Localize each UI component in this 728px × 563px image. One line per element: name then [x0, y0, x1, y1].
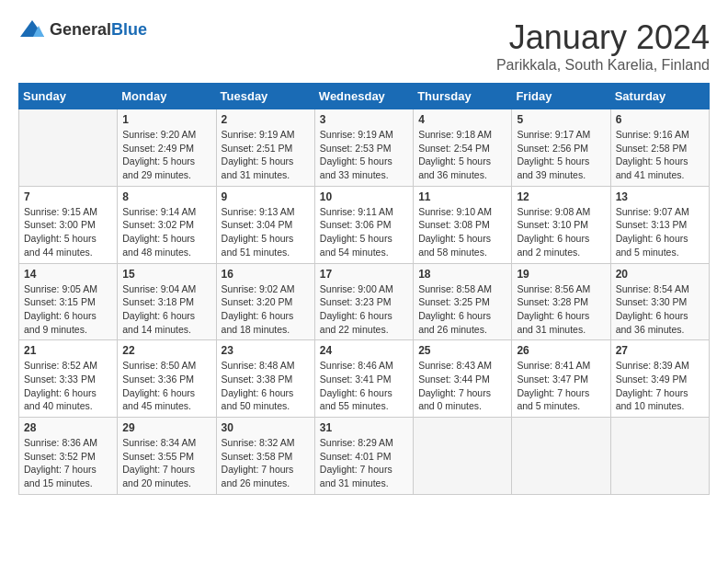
day-cell: 16Sunrise: 9:02 AMSunset: 3:20 PMDayligh… [216, 263, 314, 340]
day-cell: 21Sunrise: 8:52 AMSunset: 3:33 PMDayligh… [19, 340, 118, 418]
day-cell: 18Sunrise: 8:58 AMSunset: 3:25 PMDayligh… [414, 263, 512, 340]
day-cell: 17Sunrise: 9:00 AMSunset: 3:23 PMDayligh… [314, 263, 413, 340]
day-cell: 5Sunrise: 9:17 AMSunset: 2:56 PMDaylight… [512, 109, 610, 187]
day-number: 19 [517, 268, 605, 281]
day-cell: 30Sunrise: 8:32 AMSunset: 3:58 PMDayligh… [216, 418, 314, 495]
calendar-title: January 2024 [496, 18, 710, 57]
day-number: 6 [616, 113, 704, 126]
day-info: Sunrise: 9:07 AMSunset: 3:13 PMDaylight:… [616, 205, 704, 259]
day-info: Sunrise: 8:58 AMSunset: 3:25 PMDaylight:… [418, 282, 506, 337]
day-info: Sunrise: 8:50 AMSunset: 3:36 PMDaylight:… [122, 359, 210, 413]
day-cell [512, 418, 610, 495]
header-cell-tuesday: Tuesday [216, 84, 314, 109]
day-cell: 2Sunrise: 9:19 AMSunset: 2:51 PMDaylight… [216, 109, 314, 187]
day-cell: 8Sunrise: 9:14 AMSunset: 3:02 PMDaylight… [118, 186, 216, 263]
day-cell: 22Sunrise: 8:50 AMSunset: 3:36 PMDayligh… [118, 340, 216, 418]
day-cell: 6Sunrise: 9:16 AMSunset: 2:58 PMDaylight… [610, 109, 709, 187]
logo-text-general: General [50, 20, 111, 39]
day-cell: 19Sunrise: 8:56 AMSunset: 3:28 PMDayligh… [512, 263, 610, 340]
day-cell: 20Sunrise: 8:54 AMSunset: 3:30 PMDayligh… [610, 263, 709, 340]
day-number: 14 [24, 268, 112, 281]
day-number: 4 [418, 113, 506, 126]
day-info: Sunrise: 8:56 AMSunset: 3:28 PMDaylight:… [517, 282, 605, 337]
day-number: 18 [418, 268, 506, 281]
header-cell-sunday: Sunday [19, 84, 118, 109]
header-cell-friday: Friday [512, 84, 610, 109]
calendar-table: SundayMondayTuesdayWednesdayThursdayFrid… [18, 83, 710, 495]
day-info: Sunrise: 9:14 AMSunset: 3:02 PMDaylight:… [122, 205, 210, 259]
day-info: Sunrise: 9:18 AMSunset: 2:54 PMDaylight:… [418, 128, 506, 182]
day-cell: 1Sunrise: 9:20 AMSunset: 2:49 PMDaylight… [118, 109, 216, 187]
day-cell: 13Sunrise: 9:07 AMSunset: 3:13 PMDayligh… [610, 186, 709, 263]
header-cell-monday: Monday [118, 84, 216, 109]
day-info: Sunrise: 8:54 AMSunset: 3:30 PMDaylight:… [616, 282, 704, 337]
day-number: 22 [122, 344, 210, 357]
day-cell: 12Sunrise: 9:08 AMSunset: 3:10 PMDayligh… [512, 186, 610, 263]
day-number: 12 [517, 190, 605, 203]
day-info: Sunrise: 9:04 AMSunset: 3:18 PMDaylight:… [122, 282, 210, 337]
logo-icon [18, 18, 46, 40]
calendar-body: 1Sunrise: 9:20 AMSunset: 2:49 PMDaylight… [19, 109, 710, 495]
day-number: 17 [320, 268, 408, 281]
header-row: SundayMondayTuesdayWednesdayThursdayFrid… [19, 84, 710, 109]
day-info: Sunrise: 9:13 AMSunset: 3:04 PMDaylight:… [222, 205, 310, 259]
title-area: January 2024 Parikkala, South Karelia, F… [496, 18, 710, 74]
day-number: 30 [222, 421, 310, 434]
day-cell: 3Sunrise: 9:19 AMSunset: 2:53 PMDaylight… [314, 109, 413, 187]
day-info: Sunrise: 8:46 AMSunset: 3:41 PMDaylight:… [320, 359, 408, 413]
day-cell: 4Sunrise: 9:18 AMSunset: 2:54 PMDaylight… [414, 109, 512, 187]
calendar-header: SundayMondayTuesdayWednesdayThursdayFrid… [19, 84, 710, 109]
week-row-5: 28Sunrise: 8:36 AMSunset: 3:52 PMDayligh… [19, 418, 710, 495]
day-cell [414, 418, 512, 495]
day-number: 8 [122, 190, 210, 203]
day-info: Sunrise: 9:19 AMSunset: 2:51 PMDaylight:… [222, 128, 310, 182]
day-number: 13 [616, 190, 704, 203]
day-number: 27 [616, 344, 704, 357]
day-info: Sunrise: 9:08 AMSunset: 3:10 PMDaylight:… [517, 205, 605, 259]
week-row-3: 14Sunrise: 9:05 AMSunset: 3:15 PMDayligh… [19, 263, 710, 340]
day-cell: 31Sunrise: 8:29 AMSunset: 4:01 PMDayligh… [314, 418, 413, 495]
day-info: Sunrise: 9:17 AMSunset: 2:56 PMDaylight:… [517, 128, 605, 182]
day-info: Sunrise: 9:10 AMSunset: 3:08 PMDaylight:… [418, 205, 506, 259]
day-cell: 10Sunrise: 9:11 AMSunset: 3:06 PMDayligh… [314, 186, 413, 263]
header: GeneralBlue January 2024 Parikkala, Sout… [18, 18, 710, 74]
day-cell [19, 109, 118, 187]
day-info: Sunrise: 8:32 AMSunset: 3:58 PMDaylight:… [222, 436, 310, 490]
day-info: Sunrise: 9:02 AMSunset: 3:20 PMDaylight:… [222, 282, 310, 337]
day-info: Sunrise: 9:00 AMSunset: 3:23 PMDaylight:… [320, 282, 408, 337]
day-number: 26 [517, 344, 605, 357]
day-cell: 23Sunrise: 8:48 AMSunset: 3:38 PMDayligh… [216, 340, 314, 418]
day-cell: 24Sunrise: 8:46 AMSunset: 3:41 PMDayligh… [314, 340, 413, 418]
day-number: 15 [122, 268, 210, 281]
day-number: 29 [122, 421, 210, 434]
calendar-subtitle: Parikkala, South Karelia, Finland [496, 57, 710, 74]
day-number: 1 [122, 113, 210, 126]
day-info: Sunrise: 8:48 AMSunset: 3:38 PMDaylight:… [222, 359, 310, 413]
day-number: 16 [222, 268, 310, 281]
day-cell: 27Sunrise: 8:39 AMSunset: 3:49 PMDayligh… [610, 340, 709, 418]
day-info: Sunrise: 9:20 AMSunset: 2:49 PMDaylight:… [122, 128, 210, 182]
day-cell: 7Sunrise: 9:15 AMSunset: 3:00 PMDaylight… [19, 186, 118, 263]
day-number: 3 [320, 113, 408, 126]
day-number: 21 [24, 344, 112, 357]
day-cell: 26Sunrise: 8:41 AMSunset: 3:47 PMDayligh… [512, 340, 610, 418]
day-number: 24 [320, 344, 408, 357]
day-info: Sunrise: 9:19 AMSunset: 2:53 PMDaylight:… [320, 128, 408, 182]
day-number: 10 [320, 190, 408, 203]
week-row-1: 1Sunrise: 9:20 AMSunset: 2:49 PMDaylight… [19, 109, 710, 187]
day-number: 31 [320, 421, 408, 434]
day-info: Sunrise: 9:16 AMSunset: 2:58 PMDaylight:… [616, 128, 704, 182]
header-cell-saturday: Saturday [610, 84, 709, 109]
day-info: Sunrise: 9:05 AMSunset: 3:15 PMDaylight:… [24, 282, 112, 337]
day-cell: 9Sunrise: 9:13 AMSunset: 3:04 PMDaylight… [216, 186, 314, 263]
day-info: Sunrise: 8:34 AMSunset: 3:55 PMDaylight:… [122, 436, 210, 490]
logo: GeneralBlue [18, 18, 147, 40]
day-number: 9 [222, 190, 310, 203]
logo-text-blue: Blue [111, 20, 147, 39]
day-number: 28 [24, 421, 112, 434]
day-cell [610, 418, 709, 495]
day-number: 11 [418, 190, 506, 203]
day-info: Sunrise: 8:52 AMSunset: 3:33 PMDaylight:… [24, 359, 112, 413]
day-number: 2 [222, 113, 310, 126]
week-row-2: 7Sunrise: 9:15 AMSunset: 3:00 PMDaylight… [19, 186, 710, 263]
